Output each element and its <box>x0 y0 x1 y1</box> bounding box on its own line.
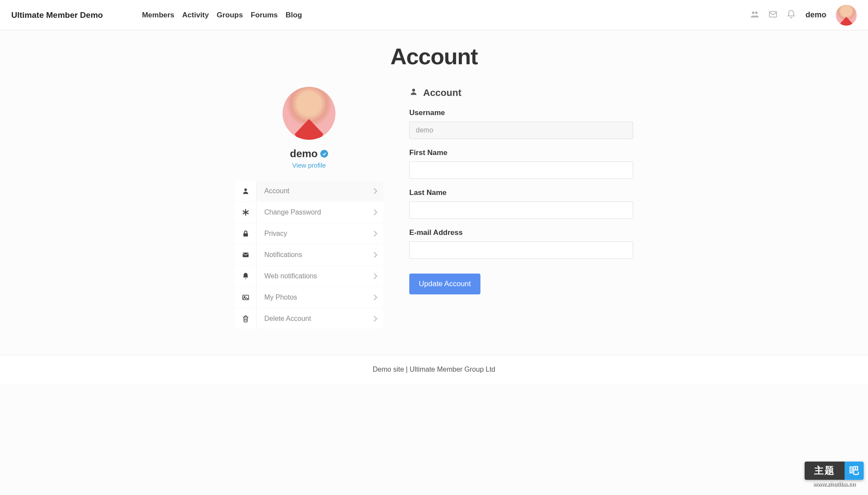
chevron-right-icon <box>368 315 383 322</box>
footer: Demo site | Ultimate Member Group Ltd <box>0 355 868 384</box>
envelope-icon <box>235 245 256 265</box>
svg-rect-4 <box>243 233 248 237</box>
tab-account[interactable]: Account <box>235 181 383 201</box>
account-form: Account Username First Name Last Name E-… <box>409 87 633 329</box>
header: Ultimate Member Demo Members Activity Gr… <box>0 0 868 30</box>
label-email: E-mail Address <box>409 228 633 237</box>
header-right: demo <box>750 5 857 26</box>
chevron-right-icon <box>368 273 383 280</box>
label-last-name: Last Name <box>409 188 633 197</box>
view-profile-link[interactable]: View profile <box>235 162 383 169</box>
tab-label: Change Password <box>256 208 368 216</box>
svg-point-0 <box>752 11 754 14</box>
nav-forums[interactable]: Forums <box>251 11 278 20</box>
friends-icon[interactable] <box>750 10 760 21</box>
chevron-right-icon <box>368 209 383 216</box>
nav-groups[interactable]: Groups <box>217 11 243 20</box>
label-first-name: First Name <box>409 148 633 157</box>
section-title: Account <box>423 87 461 99</box>
tab-label: Delete Account <box>256 315 368 323</box>
input-first-name[interactable] <box>409 162 633 179</box>
tab-label: Account <box>256 187 368 195</box>
label-username: Username <box>409 109 633 117</box>
bell-icon <box>235 266 256 286</box>
page-title: Account <box>118 43 750 69</box>
svg-rect-5 <box>243 253 249 257</box>
nav-activity[interactable]: Activity <box>182 11 209 20</box>
lock-icon <box>235 224 256 244</box>
profile-name-text: demo <box>290 148 318 160</box>
tab-my-photos[interactable]: My Photos <box>235 287 383 307</box>
field-first-name: First Name <box>409 148 633 179</box>
profile-name: demo <box>290 148 328 160</box>
tab-label: Web notifications <box>256 272 368 280</box>
input-username <box>409 122 633 139</box>
tab-label: My Photos <box>256 294 368 301</box>
image-icon <box>235 287 256 307</box>
site-title[interactable]: Ultimate Member Demo <box>11 10 103 20</box>
tab-delete-account[interactable]: Delete Account <box>235 309 383 329</box>
input-email[interactable] <box>409 241 633 259</box>
tab-label: Notifications <box>256 251 368 259</box>
header-avatar[interactable] <box>836 5 857 26</box>
update-account-button[interactable]: Update Account <box>409 274 480 294</box>
trash-icon <box>235 309 256 329</box>
verified-badge-icon <box>320 150 328 158</box>
header-icons <box>750 10 796 21</box>
chevron-right-icon <box>368 188 383 195</box>
section-head: Account <box>409 87 633 99</box>
svg-point-3 <box>244 188 247 191</box>
nav-blog[interactable]: Blog <box>286 11 302 20</box>
user-icon <box>409 87 418 99</box>
user-icon <box>235 181 256 201</box>
nav-members[interactable]: Members <box>142 11 174 20</box>
footer-text: Demo site | Ultimate Member Group Ltd <box>373 366 495 373</box>
account-tabs: Account Change Password Privacy Notifica… <box>235 181 383 329</box>
notifications-icon[interactable] <box>786 10 796 21</box>
tab-notifications[interactable]: Notifications <box>235 245 383 265</box>
field-email: E-mail Address <box>409 228 633 259</box>
profile-avatar[interactable] <box>283 87 335 140</box>
main-nav: Members Activity Groups Forums Blog <box>142 11 302 20</box>
svg-point-8 <box>412 89 415 92</box>
field-username: Username <box>409 109 633 139</box>
layout: demo View profile Account Change Passwor… <box>118 87 750 329</box>
account-sidebar: demo View profile Account Change Passwor… <box>235 87 383 329</box>
chevron-right-icon <box>368 230 383 237</box>
page: Account demo View profile Account <box>118 30 750 355</box>
field-last-name: Last Name <box>409 188 633 219</box>
profile-head: demo View profile <box>235 87 383 169</box>
tab-privacy[interactable]: Privacy <box>235 224 383 244</box>
tab-label: Privacy <box>256 230 368 238</box>
input-last-name[interactable] <box>409 201 633 219</box>
chevron-right-icon <box>368 294 383 301</box>
asterisk-icon <box>235 202 256 222</box>
tab-web-notifications[interactable]: Web notifications <box>235 266 383 286</box>
svg-point-1 <box>755 11 758 14</box>
tab-change-password[interactable]: Change Password <box>235 202 383 222</box>
chevron-right-icon <box>368 251 383 258</box>
messages-icon[interactable] <box>768 10 778 21</box>
header-username[interactable]: demo <box>806 10 826 20</box>
